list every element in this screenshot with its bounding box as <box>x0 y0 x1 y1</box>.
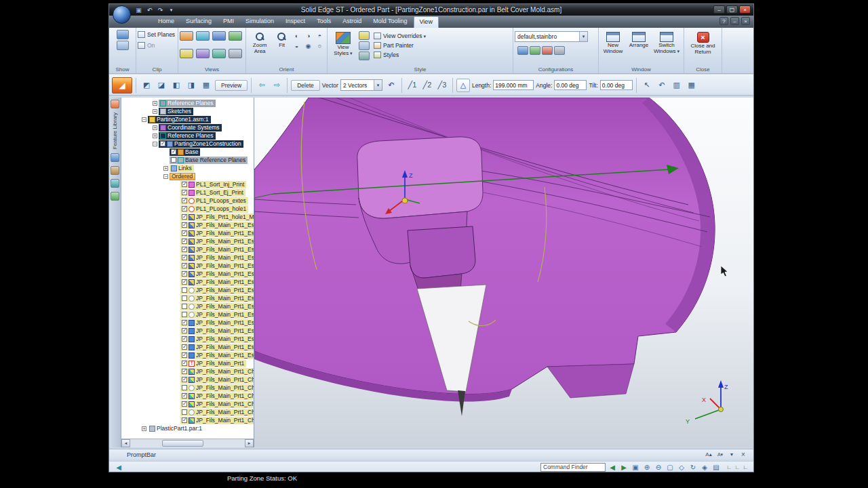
redo-icon[interactable] <box>156 6 165 14</box>
double-vector-icon[interactable]: ╱2 <box>420 79 434 92</box>
tree-row[interactable]: Reference Planes <box>121 99 254 107</box>
tree-row[interactable]: JP_Fils_Main_Prt1_Ch... <box>121 408 254 416</box>
save-icon[interactable] <box>134 6 143 14</box>
tree-row[interactable]: Coordinate Systems <box>121 123 254 131</box>
visibility-checkbox[interactable] <box>182 336 187 342</box>
tree-row[interactable]: JP_Fils_Main_Prt1_Es... <box>121 262 254 270</box>
tree-row[interactable]: JP_Fils_Main_Prt1_Ch... <box>121 367 254 375</box>
visibility-checkbox[interactable] <box>182 296 187 301</box>
pan-icon[interactable]: ◇ <box>676 462 687 472</box>
close-promptbar-icon[interactable] <box>738 451 748 459</box>
snap-options-icon[interactable]: ▥ <box>670 79 684 92</box>
expand-toggle[interactable] <box>163 166 168 171</box>
view-styles-icon[interactable]: ▤ <box>711 462 722 472</box>
visibility-checkbox[interactable] <box>182 418 187 423</box>
visibility-checkbox[interactable] <box>182 182 187 187</box>
close-and-return-button[interactable]: Close and Return <box>686 30 720 57</box>
view-front-icon[interactable] <box>196 31 210 41</box>
single-vector-icon[interactable]: ╱1 <box>406 79 419 92</box>
select-step-icon[interactable]: ◩ <box>140 79 153 92</box>
tree-row[interactable]: PL1_PLoops_hole1 <box>121 205 254 213</box>
undo-step-icon[interactable]: ↶ <box>655 79 669 92</box>
view-right-icon[interactable] <box>212 31 226 41</box>
visibility-checkbox[interactable] <box>182 255 187 260</box>
set-planes-button[interactable]: Set Planes <box>138 30 175 39</box>
active-command-icon[interactable]: ◢ <box>112 77 132 94</box>
view-bottom-icon[interactable] <box>212 49 226 58</box>
tab-view[interactable]: View <box>414 16 439 28</box>
visibility-checkbox[interactable] <box>182 409 187 415</box>
pan-icon[interactable]: ◐ <box>292 31 302 41</box>
rotate-icon[interactable]: ◑ <box>303 31 313 41</box>
pathfinder-scrollbar[interactable]: ◂ ▸ <box>121 439 254 447</box>
visibility-checkbox[interactable] <box>182 222 187 228</box>
axis-x-icon[interactable]: ∟ <box>726 463 733 471</box>
expand-toggle[interactable] <box>153 125 157 130</box>
pathfinder-tab-icon[interactable] <box>111 100 119 108</box>
new-window-button[interactable]: New Window <box>600 30 626 56</box>
tree-row[interactable]: JP_Fils_Main_Prt1_Es... <box>121 278 254 286</box>
tree-row[interactable]: JP_Fils_Main_Prt1_Es... <box>121 245 254 253</box>
tree-row[interactable]: JP_Fils_Main_Prt1_Ch... <box>121 416 254 424</box>
tree-row[interactable]: JP_Fils_Main_Prt1_Ch... <box>121 384 254 392</box>
tree-row[interactable]: PL1_Sort_Ej_Print <box>121 188 254 197</box>
surface-step-icon[interactable]: ▦ <box>199 79 213 92</box>
visibility-checkbox[interactable] <box>182 320 187 325</box>
switch-windows-button[interactable]: Switch Windows <box>652 30 682 56</box>
expand-toggle[interactable] <box>153 109 157 114</box>
tab-astroid[interactable]: Astroid <box>337 16 367 28</box>
multi-vector-icon[interactable]: ╱3 <box>435 79 449 92</box>
expand-toggle[interactable] <box>163 174 168 179</box>
scrollbar-thumb[interactable] <box>162 440 203 447</box>
visibility-checkbox[interactable] <box>182 393 187 399</box>
tree-row[interactable]: JP_Fils_Main_Prt1_Es_ <box>121 351 254 359</box>
tree-row[interactable]: JP_Fils_Main_Prt1_Es... <box>121 310 254 319</box>
tilt-input[interactable] <box>600 80 633 90</box>
tree-row[interactable]: Links <box>121 164 254 172</box>
zoom-area-icon[interactable]: ▣ <box>630 462 641 472</box>
tree-row[interactable]: PlasticPart1.par:1 <box>121 424 254 432</box>
visibility-checkbox[interactable] <box>182 369 187 374</box>
view-previous-icon[interactable]: ◀ <box>607 462 618 472</box>
tree-row[interactable]: JP_Fils_Prt1_hole1_M... <box>121 213 254 221</box>
length-input[interactable] <box>493 80 534 90</box>
tree-row[interactable]: Sketches <box>121 107 254 115</box>
angle-input[interactable] <box>554 80 587 90</box>
view-overrides-button[interactable]: View Overrides <box>371 31 429 40</box>
undo-icon[interactable] <box>145 6 154 14</box>
tree-row[interactable]: PL1_Sort_Inj_Print <box>121 180 254 188</box>
spin-about-icon[interactable]: ◓ <box>315 31 325 41</box>
quick-access-dropdown-icon[interactable] <box>167 6 176 14</box>
tree-row[interactable]: JP_Fils_Main_Prt1_Es... <box>121 270 254 278</box>
visibility-checkbox[interactable] <box>171 157 176 163</box>
tree-row[interactable]: JP_Fils_Main_Prt1 <box>121 359 254 367</box>
zoom-in-icon[interactable]: ⊕ <box>642 462 652 472</box>
prompt-collapse-icon[interactable] <box>113 462 124 472</box>
clip-on-button[interactable]: On <box>138 41 155 50</box>
configuration-select[interactable]: default,stainbro <box>515 31 588 42</box>
visibility-checkbox[interactable] <box>182 328 187 333</box>
visibility-checkbox[interactable] <box>182 344 187 350</box>
minimize-button[interactable]: – <box>713 5 725 14</box>
maximize-button[interactable]: ▢ <box>726 5 738 14</box>
show-sketches-icon[interactable] <box>117 41 129 50</box>
tree-row[interactable]: JP_Fils_Main_Prt1_Es... <box>121 294 254 302</box>
config-apply-icon[interactable] <box>530 46 540 55</box>
tree-row[interactable]: JP_Fils_Main_Prt1_Es... <box>121 302 254 310</box>
common-views-icon[interactable]: ◈ <box>699 462 710 472</box>
tab-home[interactable]: Home <box>153 16 180 28</box>
close-document-icon[interactable] <box>741 17 750 25</box>
command-finder-input[interactable] <box>540 463 606 472</box>
zoom-out-icon[interactable]: ⊖ <box>653 462 664 472</box>
autohide-icon[interactable] <box>727 451 736 459</box>
visibility-checkbox[interactable] <box>182 230 187 236</box>
tree-row[interactable]: Base <box>121 148 254 156</box>
flip-vector-icon[interactable]: ↶ <box>384 79 398 92</box>
view-trimetric-icon[interactable] <box>196 49 210 58</box>
tree-row[interactable]: JP_Fils_Main_Prt1_Es... <box>121 237 254 245</box>
display-options-icon[interactable]: ▦ <box>685 79 698 92</box>
feature-library-tab[interactable]: Feature Library <box>112 113 118 149</box>
arrange-button[interactable]: Arrange <box>627 30 650 51</box>
visibility-checkbox[interactable] <box>182 377 187 382</box>
walk-icon[interactable]: ○ <box>315 41 325 51</box>
